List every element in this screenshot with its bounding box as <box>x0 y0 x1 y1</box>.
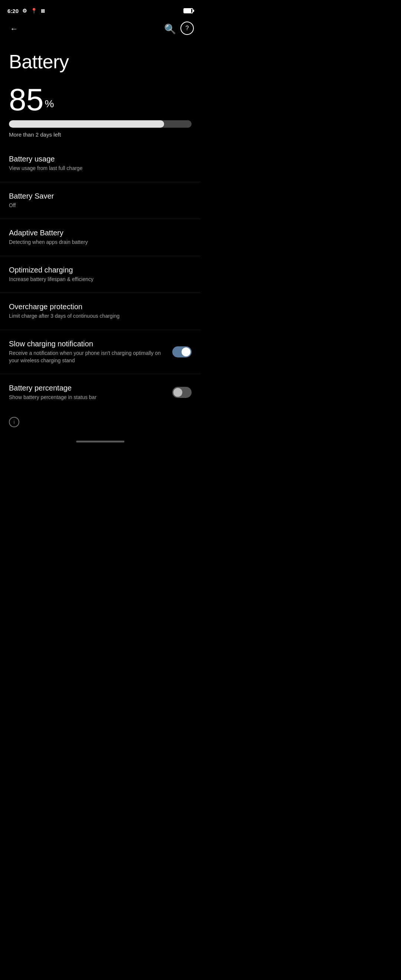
divider-6 <box>0 374 200 374</box>
optimized-charging-subtitle: Increase battery lifespan & efficiency <box>9 276 186 283</box>
top-nav: ← 🔍 ? <box>0 19 200 39</box>
battery-percentage-title: Battery percentage <box>9 384 166 392</box>
battery-usage-title: Battery usage <box>9 155 186 163</box>
overcharge-protection-subtitle: Limit charge after 3 days of continuous … <box>9 313 186 320</box>
overcharge-protection-title: Overcharge protection <box>9 302 186 311</box>
slow-charging-title: Slow charging notification <box>9 340 166 348</box>
search-icon: 🔍 <box>164 23 176 35</box>
menu-item-slow-charging[interactable]: Slow charging notification Receive a not… <box>0 331 200 372</box>
screenshot-icon: ⊠ <box>41 8 45 14</box>
menu-item-adaptive-battery[interactable]: Adaptive Battery Detecting when apps dra… <box>0 221 200 254</box>
page-title: Battery <box>0 39 200 80</box>
search-button[interactable]: 🔍 <box>162 22 177 37</box>
gear-icon: ⚙ <box>22 8 27 14</box>
optimized-charging-title: Optimized charging <box>9 266 186 274</box>
menu-item-overcharge-protection[interactable]: Overcharge protection Limit charge after… <box>0 294 200 328</box>
divider-1 <box>0 182 200 182</box>
battery-percentage-toggle[interactable] <box>172 387 192 398</box>
slow-charging-subtitle: Receive a notification when your phone i… <box>9 350 166 364</box>
battery-time-left: More than 2 days left <box>9 131 192 138</box>
location-icon: 📍 <box>31 8 37 14</box>
menu-item-battery-saver[interactable]: Battery Saver Off <box>0 184 200 218</box>
battery-progress-bar <box>9 120 192 128</box>
slow-charging-toggle-knob <box>181 347 191 356</box>
menu-item-battery-usage[interactable]: Battery usage View usage from last full … <box>0 146 200 180</box>
battery-percent-symbol: % <box>43 98 54 115</box>
divider-3 <box>0 256 200 256</box>
help-icon: ? <box>186 25 189 32</box>
back-button[interactable]: ← <box>7 22 22 37</box>
divider-2 <box>0 219 200 219</box>
status-time: 6:20 <box>8 8 19 14</box>
battery-progress-fill <box>9 120 164 128</box>
info-icon[interactable]: i <box>9 417 19 427</box>
adaptive-battery-subtitle: Detecting when apps drain battery <box>9 239 186 246</box>
battery-usage-subtitle: View usage from last full charge <box>9 165 186 172</box>
adaptive-battery-title: Adaptive Battery <box>9 229 186 237</box>
battery-saver-title: Battery Saver <box>9 192 186 200</box>
menu-list: Battery usage View usage from last full … <box>0 146 200 409</box>
battery-saver-subtitle: Off <box>9 202 186 209</box>
nav-right-actions: 🔍 ? <box>162 22 194 37</box>
status-left: 6:20 ⚙ 📍 ⊠ <box>8 8 45 14</box>
bottom-info-section: i <box>0 409 200 435</box>
battery-section: 85 % More than 2 days left <box>0 80 200 146</box>
divider-5 <box>0 329 200 330</box>
slow-charging-toggle[interactable] <box>172 346 192 358</box>
battery-percentage-toggle-knob <box>173 388 182 397</box>
divider-4 <box>0 293 200 293</box>
menu-item-battery-percentage[interactable]: Battery percentage Show battery percenta… <box>0 375 200 409</box>
battery-percentage-subtitle: Show battery percentage in status bar <box>9 394 166 401</box>
menu-item-optimized-charging[interactable]: Optimized charging Increase battery life… <box>0 258 200 291</box>
help-button[interactable]: ? <box>180 22 194 35</box>
battery-percentage-display: 85 % <box>9 84 192 115</box>
bottom-bar <box>0 435 200 450</box>
battery-status-icon <box>183 8 193 13</box>
bottom-pill <box>76 441 124 442</box>
battery-number: 85 <box>9 84 43 115</box>
status-right <box>183 8 193 13</box>
status-bar: 6:20 ⚙ 📍 ⊠ <box>0 0 200 19</box>
